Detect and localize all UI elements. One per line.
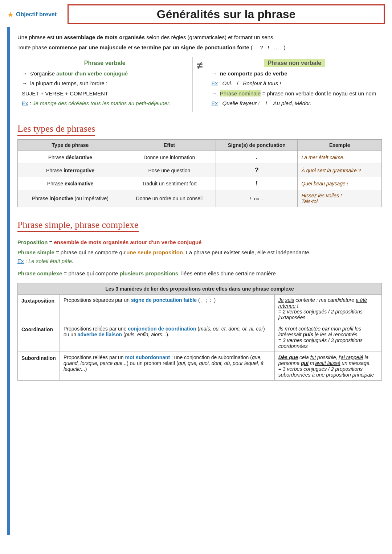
coordination-desc: Propositions reliées par une conjonction… [60, 323, 274, 352]
table-row: Phrase déclarative Donne une information… [18, 151, 382, 164]
nv-item-4: Ex : Quelle frayeur ! / Au pied, Médor. [212, 99, 378, 107]
phrase-simple-ex: Ex : Le soleil était pâle. [17, 257, 382, 266]
phrase-simple-def: Phrase simple = phrase qui ne comporte q… [17, 248, 382, 257]
effet-injonctive: Donne un ordre ou un conseil [123, 190, 216, 207]
content-area: Une phrase est un assemblage de mots org… [0, 27, 392, 535]
non-verbale-header: Phrase non verbale [264, 59, 325, 67]
coordination-label: Coordination [18, 323, 60, 352]
table-row: Phrase exclamative Traduit un sentiment … [18, 177, 382, 190]
star-icon: ★ [7, 10, 14, 19]
phrase-complexe-block: Phrase complexe = phrase qui comporte pl… [17, 269, 382, 278]
table-row: Juxtaposition Propositions séparées par … [18, 295, 382, 323]
objectif-brevet: ★ Objectif brevet [7, 10, 57, 19]
type-exclamative: Phrase exclamative [18, 177, 123, 190]
table-row: Coordination Propositions reliées par un… [18, 323, 382, 352]
verbale-content: → s'organise autour d'un verbe conjugué … [22, 69, 188, 107]
col-header-type: Type de phrase [18, 140, 123, 151]
signe-interrogative: ? [216, 164, 298, 177]
left-bar [7, 27, 10, 535]
coordination-example: Ils m'ont contactée car mon profil les i… [274, 323, 381, 352]
objectif-label: Objectif brevet [16, 11, 57, 18]
verbale-col: Phrase verbale → s'organise autour d'un … [17, 57, 193, 112]
main-content: Une phrase est un assemblage de mots org… [10, 27, 392, 535]
non-verbale-col: Phrase non verbale → ne comporte pas de … [207, 57, 382, 112]
non-verbale-content: → ne comporte pas de verbe Ex : Oui. / B… [212, 69, 378, 107]
verbale-item-3: SUJET + VERBE + COMPLÉMENT [22, 89, 188, 98]
col-header-effet: Effet [123, 140, 216, 151]
type-declarative: Phrase déclarative [18, 151, 123, 164]
intro-line2: Toute phase commence par une majuscule e… [17, 43, 382, 52]
types-table: Type de phrase Effet Signe(s) de ponctua… [17, 139, 382, 207]
table-row: Subordination Propositions reliées par u… [18, 352, 382, 381]
complexe-table-header: Les 3 manières de lier des propositions … [18, 283, 382, 295]
effet-exclamative: Traduit un sentiment fort [123, 177, 216, 190]
phrase-simple-block: Phrase simple = phrase qui ne comporte q… [17, 248, 382, 266]
exemple-interrogative: À quoi sert la grammaire ? [298, 164, 382, 177]
juxtaposition-example: Je suis contente : ma candidature a été … [274, 295, 381, 323]
subordination-label: Subordination [18, 352, 60, 381]
effet-declarative: Donne une information [123, 151, 216, 164]
verbale-item-2: → la plupart du temps, suit l'ordre : [22, 79, 188, 87]
verbale-item-4: Ex : Je mange des céréales tous les mati… [22, 99, 188, 107]
effet-interrogative: Pose une question [123, 164, 216, 177]
simple-complexe-cursive-title: Phrase simple, phrase complexe [17, 219, 139, 232]
signe-injonctive: ! ou . [216, 190, 298, 207]
verbale-item-1: → s'organise autour d'un verbe conjugué [22, 69, 188, 78]
table-row: Phrase injonctive (ou impérative) Donne … [18, 190, 382, 207]
page-title: Généralités sur la phrase [68, 4, 385, 24]
juxtaposition-desc: Propositions séparées par un signe de po… [60, 295, 274, 323]
signe-exclamative: ! [216, 177, 298, 190]
type-injonctive: Phrase injonctive (ou impérative) [18, 190, 123, 207]
complexe-table-header-row: Les 3 manières de lier des propositions … [18, 283, 382, 295]
nv-item-1: → ne comporte pas de verbe [212, 69, 378, 78]
phrase-complexe-def: Phrase complexe = phrase qui comporte pl… [17, 269, 382, 278]
proposition-def: Proposition = ensemble de mots organisés… [17, 239, 382, 245]
subordination-desc: Propositions reliées par un mot subordon… [60, 352, 274, 381]
page-header: ★ Objectif brevet Généralités sur la phr… [0, 0, 392, 27]
nv-item-3: → Phrase nominale = phrase non verbale d… [212, 89, 378, 98]
col-header-exemple: Exemple [298, 140, 382, 151]
verbale-header: Phrase verbale [22, 60, 188, 66]
nv-item-2: Ex : Oui. / Bonjour à tous ! [212, 79, 378, 87]
types-cursive-title: Les types de phrases [17, 123, 95, 136]
intro-line1: Une phrase est un assemblage de mots org… [17, 33, 382, 42]
not-equal-sign: ≠ [193, 57, 207, 112]
exemple-declarative: La mer était calme. [298, 151, 382, 164]
juxtaposition-label: Juxtaposition [18, 295, 60, 323]
signe-declarative: . [216, 151, 298, 164]
exemple-exclamative: Quel beau paysage ! [298, 177, 382, 190]
exemple-injonctive: Hissez les voiles !Tais-toi. [298, 190, 382, 207]
table-row: Phrase interrogative Pose une question ?… [18, 164, 382, 177]
complexe-table: Les 3 manières de lier des propositions … [17, 283, 382, 381]
types-section-title: Les types de phrases [17, 118, 382, 139]
type-interrogative: Phrase interrogative [18, 164, 123, 177]
subordination-example: Dès que cela fut possible, j'ai rappelé … [274, 352, 381, 381]
col-header-signe: Signe(s) de ponctuation [216, 140, 298, 151]
intro-block: Une phrase est un assemblage de mots org… [17, 33, 382, 52]
verbale-nonverbale-section: Phrase verbale → s'organise autour d'un … [17, 57, 382, 112]
simple-complexe-section-title: Phrase simple, phrase complexe [17, 214, 382, 235]
